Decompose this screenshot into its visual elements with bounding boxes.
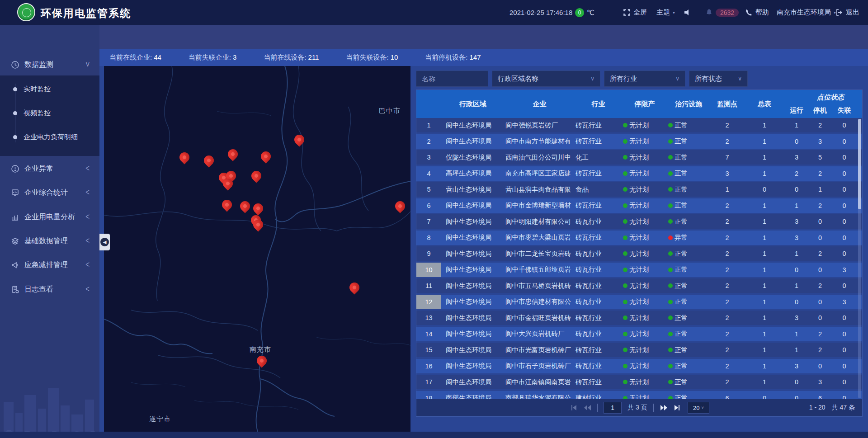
logout-button[interactable]: 退出	[835, 0, 859, 25]
table-row[interactable]: 2阆中生态环境局阆中市南方节能建材有砖瓦行业无计划正常21030	[416, 134, 862, 149]
row-limit-status: 无计划	[622, 231, 667, 245]
table-row[interactable]: 8阆中生态环境局阆中市枣碧大梁山页岩砖瓦行业无计划异常21300	[416, 231, 862, 245]
table-scrollbar[interactable]	[858, 119, 861, 398]
logout-label: 退出	[846, 8, 859, 17]
row-facility-status: 正常	[667, 263, 710, 277]
table-row[interactable]: 18南部生态环境局南部县瑞华水泥有限公建材行业无计划正常60060	[416, 391, 862, 400]
row-monitor-count: 2	[710, 214, 744, 229]
current-page-input[interactable]: 1	[604, 402, 622, 414]
theme-menu[interactable]: 主题 ▾	[656, 0, 675, 25]
status-dot-icon	[668, 235, 673, 240]
table-row[interactable]: 15阆中生态环境局阆中市光富页岩机砖厂砖瓦行业无计划正常21120	[416, 343, 862, 357]
col-region: 行政区域	[441, 90, 505, 118]
name-search-input-box[interactable]	[416, 71, 488, 87]
table-row[interactable]: 14阆中生态环境局阆中大兴页岩机砖厂砖瓦行业无计划正常21120	[416, 327, 862, 341]
sidebar-label: 日志查看	[24, 285, 53, 294]
row-meter-count: 1	[744, 150, 785, 165]
notifications[interactable]: 2632	[705, 0, 739, 25]
status-dot-icon	[623, 123, 627, 127]
row-meter-count: 1	[744, 375, 785, 389]
row-facility-status: 正常	[667, 246, 710, 261]
row-stop-count: 1	[808, 182, 832, 197]
row-region: 阆中生态环境局	[441, 246, 505, 261]
sidebar-collapse-handle[interactable]: ◀	[99, 234, 110, 250]
row-industry: 砖瓦行业	[575, 359, 622, 373]
table-row[interactable]: 11阆中生态环境局阆中市五马桥页岩机砖砖瓦行业无计划正常21120	[416, 278, 862, 293]
stat-stopped-devices: 当前停机设备:147	[425, 53, 481, 62]
row-region: 阆中生态环境局	[441, 278, 505, 293]
fullscreen-label: 全屏	[633, 8, 647, 17]
status-select[interactable]: 所有状态 ∨	[689, 71, 748, 87]
row-company: 阆中千佛镇五郎垭页岩	[505, 263, 575, 277]
row-stop-count: 3	[808, 134, 832, 149]
row-region: 阆中生态环境局	[441, 231, 505, 245]
table-row[interactable]: 16阆中生态环境局阆中市石子页岩机砖厂砖瓦行业无计划正常21300	[416, 359, 862, 373]
status-dot-icon	[623, 283, 627, 288]
sidebar-item-company-anomaly[interactable]: 企业异常 ᐸ	[0, 159, 99, 179]
table-row[interactable]: 12阆中生态环境局阆中市忠信建材有限公砖瓦行业无计划正常21003	[416, 295, 862, 309]
logout-icon	[835, 9, 843, 16]
sidebar-item-realtime-monitor[interactable]: 实时监控	[0, 82, 99, 96]
sidebar-item-data-monitoring[interactable]: 数据监测 ᐯ	[0, 55, 99, 75]
search-input[interactable]	[422, 75, 482, 83]
fullscreen-button[interactable]: 全屏	[623, 0, 647, 25]
table-row[interactable]: 7阆中生态环境局阆中明阳建材有限公司砖瓦行业无计划正常21300	[416, 214, 862, 229]
table-row[interactable]: 6阆中生态环境局阆中市金博瑞新型墙材砖瓦行业无计划正常21120	[416, 198, 862, 213]
status-select-value: 所有状态	[695, 75, 722, 83]
table-row[interactable]: 9阆中生态环境局阆中市二龙长宝页岩砖砖瓦行业无计划正常21120	[416, 246, 862, 261]
table-row[interactable]: 1阆中生态环境局阆中强锐页岩砖厂砖瓦行业无计划正常21120	[416, 118, 862, 132]
row-run-count: 3	[785, 311, 808, 325]
industry-select[interactable]: 所有行业 ∨	[604, 71, 685, 87]
sidebar-item-emergency-reduction[interactable]: 应急减排管理 ᐸ	[0, 255, 99, 275]
company-table: 行政区域 企业 行业 停限产 治污设施 监测点 总表 运行 停机 失联 点位状态…	[416, 89, 863, 417]
table-row[interactable]: 10阆中生态环境局阆中千佛镇五郎垭页岩砖瓦行业无计划正常21003	[416, 263, 862, 277]
next-page-button[interactable]	[660, 404, 668, 411]
first-page-button[interactable]	[569, 404, 577, 411]
sidebar-item-base-data[interactable]: 基础数据管理 ᐸ	[0, 231, 99, 251]
skyline-watermark	[0, 370, 99, 438]
table-row[interactable]: 4高坪生态环境局南充市高坪区王家店建砖瓦行业无计划正常31220	[416, 166, 862, 181]
table-row[interactable]: 13阆中生态环境局阆中市金福旺页岩机砖砖瓦行业无计划正常21300	[416, 311, 862, 325]
row-seq: 14	[416, 327, 441, 341]
sidebar-item-power-analysis[interactable]: 企业用电量分析 ᐸ	[0, 207, 99, 227]
row-limit-status: 无计划	[622, 375, 667, 389]
status-dot-icon	[623, 268, 627, 272]
scrollbar-thumb[interactable]	[858, 119, 861, 209]
help-button[interactable]: 帮助	[745, 0, 769, 25]
row-limit-status: 无计划	[622, 343, 667, 357]
bottom-strip	[0, 432, 868, 438]
org-menu[interactable]: 南充市生态环境局 ▾	[777, 0, 836, 25]
table-row[interactable]: 5营山生态环境局营山县润丰肉食品有限食品无计划正常10010	[416, 182, 862, 197]
row-facility-status: 正常	[667, 278, 710, 293]
row-stop-count: 5	[808, 150, 832, 165]
submenu-label: 企业电力负荷明细	[24, 133, 78, 141]
row-lost-count: 3	[832, 263, 857, 277]
chevron-down-icon: ∨	[590, 75, 594, 82]
previous-page-button[interactable]	[583, 404, 591, 411]
row-seq: 11	[416, 278, 441, 293]
row-monitor-count: 2	[710, 359, 744, 373]
row-seq: 8	[416, 231, 441, 245]
map-panel[interactable]: 巴中市南充市遂宁市	[104, 66, 410, 432]
row-limit-status: 无计划	[622, 182, 667, 197]
table-row[interactable]: 3仪陇生态环境局西南油气田分公司川中化工无计划正常71350	[416, 150, 862, 165]
status-dot-icon	[668, 171, 673, 176]
gauge-icon	[11, 61, 19, 69]
sidebar-item-log-view[interactable]: 日志查看 ᐸ	[0, 279, 99, 299]
page-size-select[interactable]: 20 ˅	[688, 402, 709, 414]
sidebar-item-video-monitor[interactable]: 视频监控	[0, 106, 99, 120]
row-industry: 建材行业	[575, 391, 622, 400]
region-select[interactable]: 行政区域名称 ∨	[492, 71, 600, 87]
sidebar-item-power-load-detail[interactable]: 企业电力负荷明细	[0, 130, 99, 144]
last-page-button[interactable]	[674, 404, 682, 411]
status-dot-icon	[623, 235, 627, 240]
status-dot-icon	[668, 123, 673, 127]
row-company: 阆中明阳建材有限公司	[505, 214, 575, 229]
table-row[interactable]: 17阆中生态环境局阆中市江南镇阆南页岩砖瓦行业无计划正常21030	[416, 375, 862, 389]
map-basemap	[104, 66, 410, 432]
sidebar-item-company-statistics[interactable]: 企业综合统计 ᐸ	[0, 183, 99, 203]
chevron-left-icon: ᐸ	[85, 214, 90, 220]
mute-button[interactable]	[684, 0, 691, 25]
status-dot-icon	[623, 380, 627, 384]
status-dot-icon	[668, 268, 673, 272]
